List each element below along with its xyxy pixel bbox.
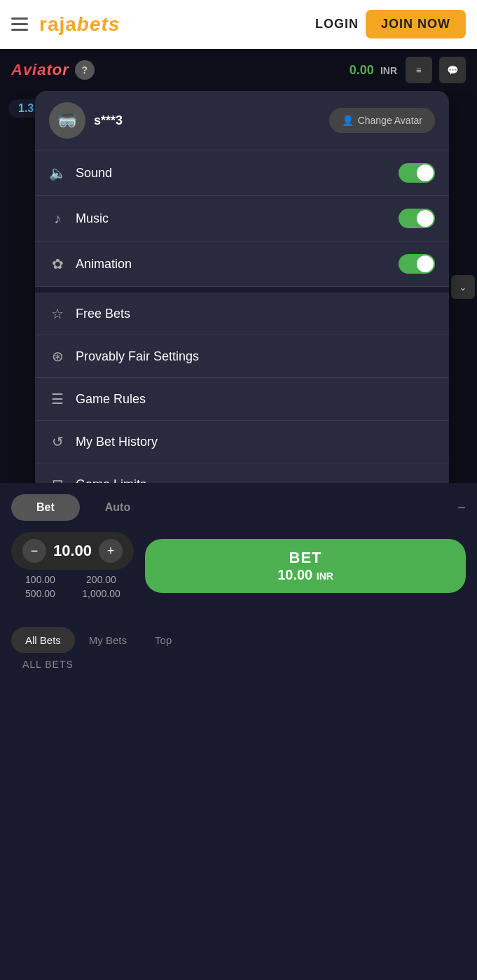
quick-amt-4[interactable]: 1,000.00 (72, 588, 130, 599)
music-item-left: ♪ Music (49, 211, 109, 227)
logo-bets: bets (77, 13, 120, 35)
person-icon: 👤 (342, 115, 354, 126)
user-info: 🥽 s***3 (49, 102, 123, 139)
bet-currency: INR (317, 570, 333, 582)
game-limits-item-left: ⊡ Game Limits (49, 476, 146, 483)
help-badge[interactable]: ? (75, 60, 95, 80)
quick-amounts: 100.00 200.00 500.00 1,000.00 (11, 574, 130, 599)
hamburger-menu-icon[interactable] (11, 18, 28, 31)
shield-icon: ⊛ (49, 348, 66, 365)
music-label: Music (76, 211, 109, 226)
rules-icon: ☰ (49, 391, 66, 407)
menu-icon-button[interactable]: ≡ (406, 57, 432, 83)
history-icon: ↺ (49, 433, 66, 450)
game-area: 1.3 🥽 s***3 👤 Change Avatar 🔈 Sound (0, 91, 477, 483)
change-avatar-button[interactable]: 👤 Change Avatar (329, 108, 435, 133)
change-avatar-label: Change Avatar (358, 115, 422, 126)
stepper-area: − 10.00 + 100.00 200.00 500.00 1,000.00 (11, 532, 134, 599)
star-icon: ☆ (49, 305, 66, 322)
menu-header: 🥽 s***3 👤 Change Avatar (35, 91, 449, 150)
free-bets-label: Free Bets (76, 307, 130, 321)
animation-icon: ✿ (49, 255, 66, 272)
animation-item-left: ✿ Animation (49, 255, 132, 272)
game-rules-label: Game Rules (76, 392, 146, 407)
free-bets-menu-item[interactable]: ☆ Free Bets (35, 293, 449, 335)
provably-fair-label: Provably Fair Settings (76, 349, 199, 364)
provably-fair-item-left: ⊛ Provably Fair Settings (49, 348, 199, 365)
aviator-text: Aviator (11, 61, 69, 79)
bet-section: Bet Auto − − 10.00 + 100.00 200.00 500.0… (0, 483, 477, 619)
free-bets-item-left: ☆ Free Bets (49, 305, 130, 322)
music-toggle[interactable] (399, 209, 435, 228)
menu-icon: ≡ (416, 65, 422, 76)
increment-button[interactable]: + (99, 539, 123, 563)
game-limits-menu-item[interactable]: ⊡ Game Limits (35, 463, 449, 483)
header-icons: ≡ 💬 (406, 57, 466, 83)
sound-label: Sound (76, 166, 112, 181)
bet-controls: − 10.00 + 100.00 200.00 500.00 1,000.00 … (11, 532, 466, 599)
amount-stepper: − 10.00 + (11, 532, 134, 570)
balance-amount: 0.00 INR (350, 63, 397, 78)
chat-icon-button[interactable]: 💬 (439, 57, 466, 83)
sound-item-left: 🔈 Sound (49, 164, 112, 181)
quick-amt-2[interactable]: 200.00 (72, 574, 130, 585)
game-rules-menu-item[interactable]: ☰ Game Rules (35, 378, 449, 421)
bet-tab-auto[interactable]: Auto (80, 494, 155, 521)
dropdown-menu: 🥽 s***3 👤 Change Avatar 🔈 Sound ♪ M (35, 91, 449, 483)
aviator-logo: Aviator ? (11, 60, 95, 80)
bet-button-label: BET (289, 549, 322, 567)
bet-tabs: Bet Auto − (11, 494, 466, 521)
animation-toggle[interactable] (399, 254, 435, 274)
music-toggle-knob (417, 210, 434, 227)
amount-value: 10.00 (53, 542, 92, 560)
balance-currency: INR (380, 65, 397, 76)
game-limits-label: Game Limits (76, 477, 146, 484)
bet-amount-value: 10.00 (277, 567, 312, 582)
my-bets-tab[interactable]: My Bets (75, 627, 141, 653)
bet-history-label: My Bet History (76, 435, 158, 449)
bets-tabs-section: All Bets My Bets Top ALL BETS (0, 619, 477, 676)
bet-tab-collapse-button[interactable]: − (457, 500, 466, 516)
balance-number: 0.00 (350, 63, 374, 77)
animation-label: Animation (76, 257, 132, 272)
limits-icon: ⊡ (49, 476, 66, 483)
avatar: 🥽 (49, 102, 85, 139)
all-bets-tab[interactable]: All Bets (11, 627, 75, 653)
sound-icon: 🔈 (49, 164, 66, 181)
sound-toggle-knob (417, 164, 434, 181)
logo-raja: raja (39, 13, 77, 35)
login-button[interactable]: LOGIN (315, 17, 359, 31)
animation-menu-item[interactable]: ✿ Animation (35, 241, 449, 287)
bets-tabs: All Bets My Bets Top (11, 627, 466, 653)
expand-button[interactable]: ⌄ (451, 275, 475, 299)
join-button[interactable]: JOIN NOW (366, 10, 466, 38)
bet-button[interactable]: BET 10.00 INR (145, 539, 466, 593)
side-controls: ⌄ (449, 91, 477, 483)
decrement-button[interactable]: − (22, 539, 46, 563)
bet-tab-bet[interactable]: Bet (11, 494, 80, 521)
game-header: Aviator ? 0.00 INR ≡ 💬 (0, 49, 477, 91)
username-label: s***3 (94, 113, 123, 128)
logo: rajabets (39, 13, 120, 36)
balance-area: 0.00 INR ≡ 💬 (350, 57, 466, 83)
provably-fair-menu-item[interactable]: ⊛ Provably Fair Settings (35, 335, 449, 378)
nav-left: rajabets (11, 13, 120, 36)
music-icon: ♪ (49, 211, 66, 227)
menu-divider (35, 287, 449, 293)
bet-history-item-left: ↺ My Bet History (49, 433, 158, 450)
music-menu-item[interactable]: ♪ Music (35, 196, 449, 241)
top-nav: rajabets LOGIN JOIN NOW (0, 0, 477, 49)
all-bets-label: ALL BETS (11, 653, 466, 676)
game-rules-item-left: ☰ Game Rules (49, 391, 146, 407)
avatar-emoji: 🥽 (57, 111, 78, 130)
chat-icon: 💬 (447, 65, 459, 76)
animation-toggle-knob (417, 255, 434, 272)
quick-amt-3[interactable]: 500.00 (11, 588, 69, 599)
bet-button-amount: 10.00 INR (277, 567, 333, 583)
nav-right: LOGIN JOIN NOW (315, 10, 466, 38)
bet-history-menu-item[interactable]: ↺ My Bet History (35, 421, 449, 463)
quick-amt-1[interactable]: 100.00 (11, 574, 69, 585)
top-tab[interactable]: Top (141, 627, 186, 653)
sound-toggle[interactable] (399, 163, 435, 183)
sound-menu-item[interactable]: 🔈 Sound (35, 150, 449, 196)
